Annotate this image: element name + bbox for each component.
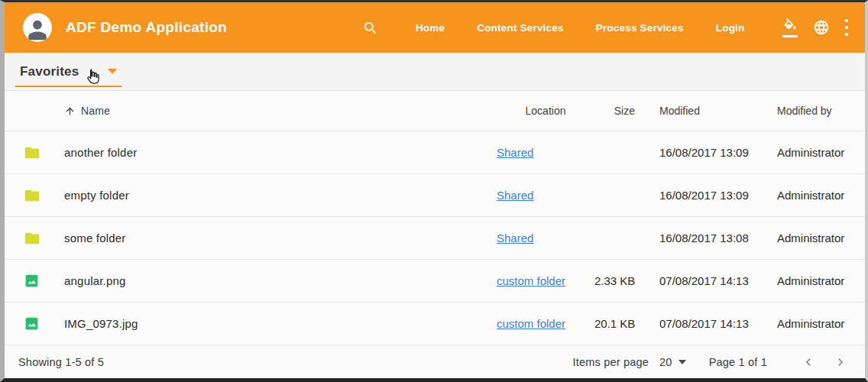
location-link[interactable]: custom folder bbox=[497, 317, 565, 330]
nav-home[interactable]: Home bbox=[400, 15, 461, 41]
table-header-row: Name Location Size Modified Modified by bbox=[5, 91, 865, 131]
column-header-size[interactable]: Size bbox=[594, 105, 635, 117]
more-menu-button[interactable] bbox=[840, 13, 853, 43]
modified-by: Administrator bbox=[777, 231, 865, 244]
folder-icon bbox=[24, 187, 40, 204]
table-row[interactable]: some folder Shared 16/08/2017 13:08 Admi… bbox=[5, 217, 865, 260]
file-name[interactable]: some folder bbox=[64, 231, 497, 244]
chevron-left-icon bbox=[801, 354, 816, 370]
kebab-menu-icon bbox=[845, 18, 849, 38]
file-name[interactable]: another folder bbox=[64, 146, 497, 159]
modified-by: Administrator bbox=[777, 189, 865, 202]
color-fill-icon bbox=[782, 18, 798, 37]
modified-by: Administrator bbox=[777, 274, 865, 287]
avatar[interactable] bbox=[23, 13, 52, 42]
language-button[interactable] bbox=[808, 15, 834, 40]
items-per-page-select[interactable]: 20 bbox=[659, 356, 686, 368]
modified-date: 16/08/2017 13:09 bbox=[659, 189, 777, 202]
column-header-modified[interactable]: Modified bbox=[659, 105, 777, 117]
column-header-modified-by[interactable]: Modified by bbox=[777, 105, 865, 117]
page-status: Page 1 of 1 bbox=[709, 356, 767, 368]
pagination-footer: Showing 1-5 of 5 Items per page 20 Page … bbox=[5, 345, 865, 378]
image-icon bbox=[24, 273, 40, 289]
theme-color-button[interactable] bbox=[778, 14, 802, 42]
file-name[interactable]: angular.png bbox=[64, 274, 497, 287]
main-nav: Home Content Services Process Services L… bbox=[400, 15, 761, 41]
column-header-name[interactable]: Name bbox=[81, 105, 110, 117]
table-row[interactable]: empty folder Shared 16/08/2017 13:09 Adm… bbox=[5, 174, 865, 217]
modified-date: 16/08/2017 13:09 bbox=[659, 146, 777, 159]
folder-icon bbox=[24, 144, 40, 161]
nav-login[interactable]: Login bbox=[700, 15, 761, 41]
modified-date: 07/08/2017 14:13 bbox=[659, 274, 777, 287]
chevron-right-icon bbox=[833, 354, 848, 370]
showing-status: Showing 1-5 of 5 bbox=[18, 356, 104, 368]
location-link[interactable]: Shared bbox=[497, 146, 533, 159]
search-button[interactable] bbox=[358, 15, 383, 40]
column-header-location[interactable]: Location bbox=[497, 105, 594, 117]
nav-content-services[interactable]: Content Services bbox=[461, 15, 580, 41]
table-row[interactable]: IMG_0973.jpg custom folder 20.1 KB 07/08… bbox=[5, 303, 865, 345]
header-action-icons bbox=[772, 13, 853, 43]
chevron-down-icon bbox=[679, 360, 686, 364]
folder-icon bbox=[24, 230, 40, 247]
items-per-page-label: Items per page bbox=[573, 356, 649, 368]
documents-table: Name Location Size Modified Modified by … bbox=[5, 91, 865, 345]
modified-date: 07/08/2017 14:13 bbox=[659, 317, 777, 330]
favorites-label: Favorites bbox=[20, 64, 79, 79]
nav-process-services[interactable]: Process Services bbox=[580, 15, 700, 41]
location-link[interactable]: Shared bbox=[497, 231, 533, 244]
previous-page-button[interactable] bbox=[798, 351, 819, 373]
toolbar: Favorites bbox=[5, 53, 865, 91]
app-window: ADF Demo Application Home Content Servic… bbox=[0, 0, 868, 382]
globe-icon bbox=[813, 19, 830, 36]
modified-by: Administrator bbox=[777, 146, 865, 159]
app-header: ADF Demo Application Home Content Servic… bbox=[5, 2, 865, 53]
file-size: 2.33 KB bbox=[594, 274, 635, 287]
file-size: 20.1 KB bbox=[594, 317, 635, 330]
image-icon bbox=[24, 316, 40, 332]
chevron-down-icon bbox=[108, 69, 117, 74]
search-icon bbox=[362, 20, 378, 36]
location-link[interactable]: Shared bbox=[497, 189, 533, 202]
user-icon bbox=[24, 16, 50, 42]
sort-ascending-icon[interactable] bbox=[64, 105, 76, 117]
file-name[interactable]: IMG_0973.jpg bbox=[64, 317, 497, 330]
modified-by: Administrator bbox=[777, 317, 865, 330]
app-title: ADF Demo Application bbox=[66, 19, 227, 36]
table-row[interactable]: another folder Shared 16/08/2017 13:09 A… bbox=[5, 131, 865, 174]
table-row[interactable]: angular.png custom folder 2.33 KB 07/08/… bbox=[5, 260, 865, 303]
file-name[interactable]: empty folder bbox=[64, 189, 497, 202]
location-link[interactable]: custom folder bbox=[497, 274, 565, 287]
items-per-page-value: 20 bbox=[659, 356, 672, 368]
favorites-dropdown[interactable]: Favorites bbox=[15, 61, 121, 87]
next-page-button[interactable] bbox=[830, 351, 851, 373]
modified-date: 16/08/2017 13:08 bbox=[659, 231, 777, 244]
